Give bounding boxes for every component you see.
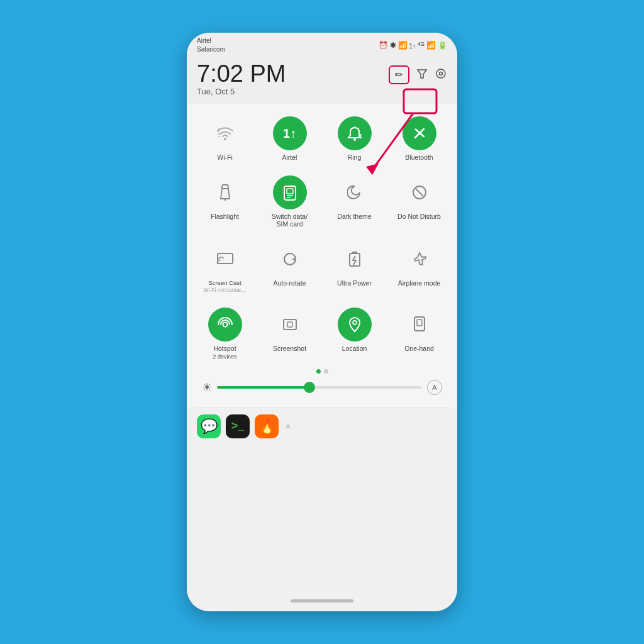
onehand-label: One-hand (404, 345, 434, 353)
airplane-icon-wrap (402, 242, 436, 276)
bluetooth-icon (413, 125, 426, 142)
signal-icon: 📶 (426, 41, 436, 50)
settings-button[interactable] (435, 67, 447, 83)
qs-screencast[interactable]: Screen CastWi-Fi not conne… (194, 236, 255, 299)
date-display: Tue, Oct 5 (197, 87, 286, 96)
auto-brightness-button[interactable]: A (427, 380, 442, 395)
dock-more-dot (286, 425, 290, 428)
simcard-icon (282, 184, 298, 201)
airtel-icon-wrap: 1↑ (273, 116, 307, 150)
qs-ultrapower[interactable]: Ultra Power (324, 236, 385, 299)
pencil-icon: ✏ (395, 69, 403, 80)
screencast-icon (216, 252, 234, 267)
brightness-thumb[interactable] (304, 382, 315, 393)
darktheme-icon-wrap (338, 175, 372, 209)
qs-donotdisturb[interactable]: Do Not Disturb (389, 169, 450, 233)
terminal-icon: >_ (231, 419, 245, 433)
hotspot-icon-wrap (208, 308, 242, 341)
qs-flashlight[interactable]: Flashlight (194, 169, 255, 233)
ring-label: Ring (348, 153, 362, 162)
svg-point-9 (353, 138, 356, 141)
location-icon (348, 316, 362, 333)
airtel-icon: 1↑ (283, 126, 296, 141)
location-icon-wrap (338, 308, 372, 341)
ultrapower-icon-wrap (338, 242, 372, 276)
qs-hotspot[interactable]: Hotspot2 devices (194, 301, 255, 365)
airplane-icon (411, 251, 428, 267)
ring-icon-wrap (338, 116, 372, 150)
settings-icon (435, 67, 447, 80)
qs-screenshot[interactable]: Screenshot (259, 301, 320, 365)
svg-point-28 (353, 321, 357, 325)
autorotate-label: Auto-rotate (274, 279, 306, 287)
bluetooth-icon-wrap (402, 116, 436, 150)
dock-area: 💬 >_ 🔥 (187, 408, 457, 442)
brightness-slider[interactable] (217, 386, 422, 389)
brightness-icon: ☀ (202, 380, 212, 394)
qs-autorotate[interactable]: Auto-rotate (259, 236, 320, 299)
svg-point-25 (223, 322, 227, 326)
dnd-label: Do Not Disturb (397, 213, 441, 221)
qs-location[interactable]: Location (324, 301, 385, 365)
svg-rect-15 (287, 189, 293, 194)
qs-onehand[interactable]: One-hand (389, 301, 450, 365)
screenshot-icon (282, 316, 298, 333)
dot-1 (316, 369, 321, 374)
svg-rect-27 (287, 322, 292, 327)
darktheme-label: Dark theme (337, 213, 371, 221)
home-bar[interactable] (291, 599, 353, 602)
qs-darktheme[interactable]: Dark theme (324, 169, 385, 233)
quick-settings-grid: Wi-Fi 1↑ Airtel (194, 110, 450, 365)
qs-airtel[interactable]: 1↑ Airtel (259, 110, 320, 167)
bluetooth-label: Bluetooth (405, 153, 433, 162)
hotspot-icon (217, 316, 233, 333)
dock-flame[interactable]: 🔥 (255, 414, 279, 438)
qs-switch[interactable]: Switch data/SIM card (259, 169, 320, 233)
qs-airplane[interactable]: Airplane mode (389, 236, 450, 299)
page-indicator (194, 369, 450, 374)
dock-whatsapp[interactable]: 💬 (197, 414, 221, 438)
ultrapower-label: Ultra Power (337, 279, 372, 287)
header-actions: ✏ (389, 65, 447, 84)
bluetooth-status-icon: ✱ (390, 41, 396, 50)
svg-rect-30 (417, 319, 422, 326)
notification-header: 7:02 PM Tue, Oct 5 ✏ (187, 57, 457, 104)
phone-screen: Airtel Safaricom ⏰ ✱ 📶 1↑ 4G 📶 🔋 7:02 PM… (187, 33, 457, 611)
status-bar: Airtel Safaricom ⏰ ✱ 📶 1↑ 4G 📶 🔋 (187, 33, 457, 57)
qs-ring[interactable]: Ring (324, 110, 385, 167)
screenshot-icon-wrap (273, 308, 307, 341)
onehand-icon (413, 316, 426, 333)
flashlight-label: Flashlight (211, 213, 239, 221)
home-area (187, 442, 457, 611)
onehand-icon-wrap (402, 308, 436, 341)
svg-line-19 (416, 189, 423, 196)
flashlight-icon (218, 184, 232, 201)
qs-bluetooth[interactable]: Bluetooth (389, 110, 450, 167)
wifi-status-icon: 📶 (398, 41, 408, 50)
wifi-label: Wi-Fi (217, 153, 233, 162)
screencast-label: Screen CastWi-Fi not conne… (203, 279, 246, 294)
svg-point-21 (216, 262, 218, 264)
edit-button[interactable]: ✏ (389, 65, 409, 84)
dot-2 (324, 369, 328, 374)
dnd-icon-wrap (402, 175, 436, 209)
switch-icon-wrap (273, 175, 307, 209)
dock-row: 💬 >_ 🔥 (197, 414, 447, 438)
clock-display: 7:02 PM (197, 62, 286, 86)
autorotate-icon-wrap (273, 242, 307, 276)
svg-point-7 (224, 138, 226, 140)
brightness-fill (217, 386, 309, 389)
autorotate-icon (282, 251, 298, 267)
moon-icon (347, 185, 362, 200)
battery-charging-icon (348, 250, 362, 268)
switch-label: Switch data/SIM card (272, 213, 308, 228)
screencast-icon-wrap (208, 242, 242, 276)
status-icons: ⏰ ✱ 📶 1↑ 4G 📶 🔋 (379, 41, 447, 50)
dock-terminal[interactable]: >_ (226, 414, 250, 438)
qs-wifi[interactable]: Wi-Fi (194, 110, 255, 167)
quick-settings-panel: Wi-Fi 1↑ Airtel (187, 104, 457, 408)
whatsapp-icon: 💬 (201, 418, 218, 435)
filter-button[interactable] (416, 67, 428, 83)
screenshot-label: Screenshot (273, 345, 306, 353)
flashlight-icon-wrap (208, 175, 242, 209)
